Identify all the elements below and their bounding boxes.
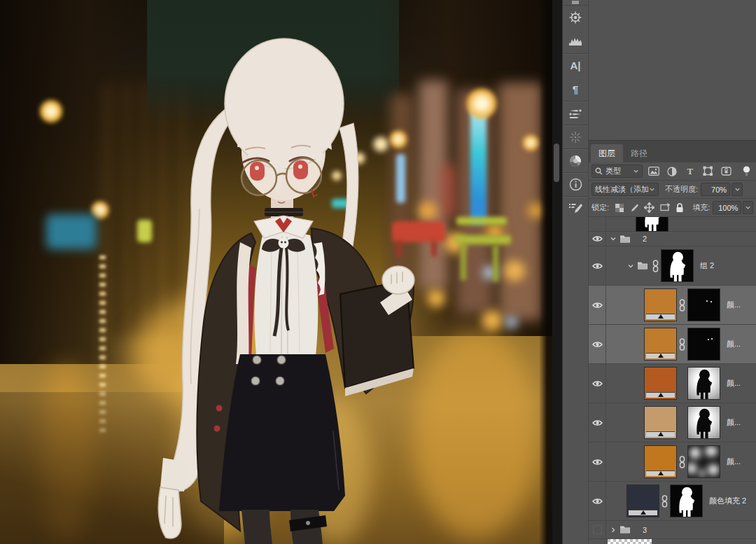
visibility-toggle[interactable] xyxy=(589,246,606,285)
blend-mode-dropdown[interactable]: 线性减淡（添加... xyxy=(592,183,659,196)
fill-value[interactable]: 100% xyxy=(713,201,741,214)
layer-list: 2 组 2 xyxy=(589,217,756,544)
mask-thumbnail[interactable] xyxy=(670,484,703,517)
bokeh-light xyxy=(482,310,503,331)
teal-truck xyxy=(46,214,97,249)
visibility-toggle[interactable] xyxy=(589,286,606,324)
layer-row-clipped[interactable] xyxy=(589,217,756,232)
transparency-checker-thumbnail xyxy=(608,539,652,544)
visibility-toggle[interactable] xyxy=(589,442,606,481)
collapse-chevron[interactable] xyxy=(609,526,617,533)
street-lamp xyxy=(39,99,63,123)
chevron-down-icon xyxy=(745,204,751,211)
layer-row-fill[interactable]: 颜... xyxy=(589,442,756,482)
layer-row-clipped[interactable] xyxy=(589,539,756,544)
panel-dock: A| ¶ xyxy=(562,0,589,544)
histogram-icon[interactable] xyxy=(563,29,588,53)
eye-icon xyxy=(592,341,603,348)
navigator-wheel-icon[interactable] xyxy=(563,6,588,29)
fill-swatch-thumbnail[interactable] xyxy=(644,328,677,361)
pasteboard-gap xyxy=(552,0,562,544)
fill-swatch-thumbnail[interactable] xyxy=(644,445,677,478)
layer-name: 颜... xyxy=(727,378,741,389)
visibility-toggle[interactable] xyxy=(589,232,606,246)
eye-icon xyxy=(592,498,603,505)
layer-row-fill[interactable]: 颜... xyxy=(589,286,756,325)
visibility-toggle[interactable] xyxy=(589,521,606,538)
visibility-toggle[interactable] xyxy=(589,403,606,442)
visibility-toggle[interactable] xyxy=(589,325,606,363)
fill-swatch-thumbnail[interactable] xyxy=(644,288,677,321)
mask-link-icon xyxy=(661,495,668,508)
mask-thumbnail[interactable] xyxy=(687,328,720,361)
fill-swatch-thumbnail[interactable] xyxy=(644,406,677,439)
layer-row-color-fill-2[interactable]: 颜色填充 2 xyxy=(589,482,756,521)
bokeh-light xyxy=(427,289,445,307)
canvas[interactable] xyxy=(0,0,552,544)
mask-figure xyxy=(636,217,668,231)
fill-dropdown-button[interactable] xyxy=(743,201,753,214)
tab-paths[interactable]: 路径 xyxy=(623,144,655,162)
mask-thumbnail[interactable] xyxy=(687,445,720,478)
layer-row-fill[interactable]: 颜... xyxy=(589,325,756,364)
layer-name: 颜... xyxy=(727,417,741,428)
visibility-toggle[interactable] xyxy=(589,364,606,403)
layer-filter-toggle[interactable] xyxy=(740,165,753,177)
lock-image-pixels-icon[interactable] xyxy=(629,202,640,214)
info-panel-icon[interactable] xyxy=(563,172,588,196)
bokeh-light-blue xyxy=(505,316,517,328)
layer-name: 颜... xyxy=(727,300,741,310)
layer-row-group-3[interactable]: 3 xyxy=(589,521,756,539)
mask-thumbnail[interactable] xyxy=(661,249,694,282)
layer-row-fill[interactable]: 颜... xyxy=(589,364,756,403)
mask-thumbnail[interactable] xyxy=(687,288,720,321)
character-panel-icon[interactable]: A| xyxy=(563,53,588,77)
red-table-leg xyxy=(431,241,437,256)
mask-thumbnail[interactable] xyxy=(636,217,668,232)
bokeh-light xyxy=(504,260,525,281)
visibility-toggle[interactable] xyxy=(589,482,606,520)
search-icon xyxy=(595,167,603,175)
layer-row-fill[interactable]: 颜... xyxy=(589,403,756,442)
brushes-panel-icon[interactable] xyxy=(563,101,588,125)
fill-swatch-thumbnail[interactable] xyxy=(626,484,659,517)
type-layer-filter-icon[interactable]: T xyxy=(683,165,696,177)
empty-dock-area xyxy=(589,0,756,140)
lock-transparent-pixels-icon[interactable] xyxy=(614,202,624,214)
blend-mode-row: 线性减淡（添加... 不透明度: 70% xyxy=(589,181,756,199)
paragraph-panel-icon[interactable]: ¶ xyxy=(563,77,588,101)
mask-link-icon xyxy=(678,456,686,468)
building-facade xyxy=(498,83,542,321)
layer-filter-row: 类型 T xyxy=(589,162,756,181)
expand-chevron[interactable] xyxy=(626,263,635,270)
smart-object-filter-icon[interactable] xyxy=(720,165,733,177)
layer-name: 颜... xyxy=(727,339,741,349)
mask-thumbnail[interactable] xyxy=(687,367,720,400)
expand-chevron[interactable] xyxy=(609,235,617,242)
vertical-scrollbar[interactable] xyxy=(554,144,559,182)
lock-artboard-icon[interactable] xyxy=(659,202,669,214)
lock-row: 锁定: 填充: 100% xyxy=(589,199,756,217)
brush-tip-shape-icon[interactable] xyxy=(563,125,588,148)
layer-row-group-zu2[interactable]: 组 2 xyxy=(589,246,756,286)
adjustment-layer-filter-icon[interactable] xyxy=(666,165,679,177)
opacity-dropdown-button[interactable] xyxy=(732,183,743,196)
visibility-well[interactable] xyxy=(589,217,606,231)
swatch-slider xyxy=(646,470,675,476)
brush-settings-icon[interactable] xyxy=(563,196,588,220)
lock-position-icon[interactable] xyxy=(644,202,654,214)
layer-name: 2 xyxy=(643,235,647,243)
tab-layers[interactable]: 图层 xyxy=(591,144,623,162)
opacity-value[interactable]: 70% xyxy=(701,183,730,196)
color-ball-icon[interactable] xyxy=(563,148,588,172)
pixel-layer-filter-icon[interactable] xyxy=(648,165,661,177)
filter-type-dropdown[interactable]: 类型 xyxy=(592,165,643,178)
shape-layer-filter-icon[interactable] xyxy=(701,165,715,177)
opacity-label: 不透明度: xyxy=(665,184,698,195)
layer-row-group-2[interactable]: 2 xyxy=(589,232,756,246)
mask-thumbnail[interactable] xyxy=(687,406,720,439)
lock-all-icon[interactable] xyxy=(674,202,685,214)
eye-icon xyxy=(592,459,603,466)
teal-neon-sign xyxy=(470,105,486,224)
fill-swatch-thumbnail[interactable] xyxy=(644,367,677,400)
